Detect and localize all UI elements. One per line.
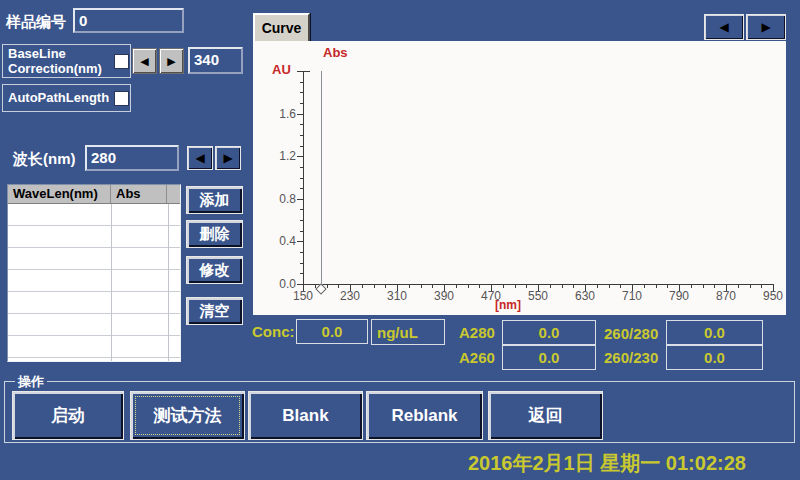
conc-unit[interactable]: ng/uL bbox=[371, 319, 445, 345]
x-axis-tick bbox=[750, 285, 751, 288]
tab-curve[interactable]: Curve bbox=[253, 13, 310, 41]
datetime-display: 2016年2月1日 星期一 01:02:28 bbox=[468, 450, 746, 477]
y-axis-tick bbox=[297, 241, 303, 242]
wavelength-table-header: WaveLen(nm) Abs bbox=[8, 185, 180, 204]
x-axis-tick-label: 630 bbox=[563, 289, 607, 303]
x-axis-tick-label: 870 bbox=[704, 289, 748, 303]
x-axis-tick bbox=[644, 285, 645, 288]
wavelength-table-body[interactable] bbox=[8, 204, 180, 361]
spectrum-plot[interactable]: AU Abs [nm] 0.00.40.81.21.61502303103904… bbox=[253, 41, 786, 315]
conc-value: 0.0 bbox=[296, 319, 368, 344]
x-axis-tick bbox=[573, 285, 574, 288]
y-axis-tick bbox=[300, 273, 303, 274]
conc-label: Conc: bbox=[252, 323, 295, 340]
x-axis-tick-label: 790 bbox=[657, 289, 701, 303]
reblank-button[interactable]: Reblank bbox=[366, 391, 483, 440]
x-axis-tick bbox=[656, 285, 657, 288]
chart-next-button[interactable]: ▶ bbox=[746, 14, 786, 40]
x-axis-tick-label: 150 bbox=[281, 289, 325, 303]
x-axis-tick-label: 470 bbox=[469, 289, 513, 303]
x-axis-tick bbox=[468, 285, 469, 288]
wavelength-table[interactable]: WaveLen(nm) Abs bbox=[7, 184, 181, 362]
y-axis-tick-label: 0.8 bbox=[262, 192, 296, 206]
y-axis-tick bbox=[300, 209, 303, 210]
wavelength-prev-button[interactable]: ◀ bbox=[187, 146, 213, 170]
ratio-260-230-value: 0.0 bbox=[666, 345, 763, 370]
autopathlength-label: AutoPathLength bbox=[8, 90, 109, 105]
x-axis-tick bbox=[597, 285, 598, 288]
autopathlength-group: AutoPathLength bbox=[2, 84, 131, 112]
x-axis-tick bbox=[456, 285, 457, 288]
a280-value: 0.0 bbox=[502, 320, 596, 345]
ratio-260-280-value: 0.0 bbox=[666, 320, 763, 345]
a280-label: A280 bbox=[459, 324, 495, 341]
y-axis-tick bbox=[300, 92, 303, 93]
clear-button[interactable]: 清空 bbox=[186, 297, 243, 325]
y-axis-top-bracket bbox=[303, 71, 310, 72]
left-arrow-icon: ◀ bbox=[140, 55, 148, 68]
baseline-correction-checkbox[interactable] bbox=[114, 54, 129, 69]
x-axis-tick bbox=[609, 285, 610, 288]
right-arrow-icon: ▶ bbox=[761, 20, 770, 34]
y-axis-tick bbox=[300, 231, 303, 232]
x-axis-tick bbox=[691, 285, 692, 288]
x-axis-tick bbox=[315, 285, 316, 288]
autopathlength-checkbox[interactable] bbox=[114, 91, 129, 106]
chart-prev-button[interactable]: ◀ bbox=[704, 14, 744, 40]
y-axis-tick bbox=[300, 124, 303, 125]
y-axis-tick bbox=[297, 199, 303, 200]
x-axis-tick bbox=[362, 285, 363, 288]
x-axis-tick bbox=[738, 285, 739, 288]
x-axis-tick bbox=[479, 285, 480, 288]
x-axis-tick bbox=[432, 285, 433, 288]
y-axis-tick bbox=[300, 263, 303, 264]
series-label: Abs bbox=[323, 45, 348, 60]
x-axis-tick bbox=[503, 285, 504, 288]
y-axis-tick bbox=[300, 82, 303, 83]
table-row[interactable] bbox=[8, 226, 180, 248]
y-axis-tick bbox=[300, 252, 303, 253]
x-axis-tick-label: 950 bbox=[751, 289, 795, 303]
test-method-button[interactable]: 测试方法 bbox=[130, 391, 245, 440]
spectrum-chart-panel: AU Abs [nm] 0.00.40.81.21.61502303103904… bbox=[253, 41, 786, 315]
baseline-prev-button[interactable]: ◀ bbox=[132, 48, 157, 74]
column-header-abs[interactable]: Abs bbox=[111, 185, 167, 203]
start-button[interactable]: 启动 bbox=[12, 391, 124, 440]
x-axis-tick-label: 390 bbox=[422, 289, 466, 303]
x-axis-tick-label: 550 bbox=[516, 289, 560, 303]
baseline-wavelength-input[interactable]: 340 bbox=[188, 47, 243, 74]
y-axis-tick-label: 1.2 bbox=[262, 149, 296, 163]
x-axis-tick bbox=[620, 285, 621, 288]
table-row[interactable] bbox=[8, 292, 180, 314]
modify-button[interactable]: 修改 bbox=[186, 256, 243, 284]
table-row[interactable] bbox=[8, 204, 180, 226]
x-axis-tick bbox=[761, 285, 762, 288]
table-row[interactable] bbox=[8, 248, 180, 270]
x-axis-tick bbox=[385, 285, 386, 288]
y-axis-tick bbox=[300, 188, 303, 189]
wavelength-cursor-line[interactable] bbox=[321, 71, 322, 284]
delete-button[interactable]: 删除 bbox=[186, 220, 243, 248]
wavelength-label: 波长(nm) bbox=[13, 150, 76, 169]
y-axis-tick bbox=[297, 71, 303, 72]
wavelength-next-button[interactable]: ▶ bbox=[215, 146, 241, 170]
y-axis-tick bbox=[297, 114, 303, 115]
column-header-wavelen[interactable]: WaveLen(nm) bbox=[8, 185, 111, 203]
wavelength-input[interactable]: 280 bbox=[85, 145, 179, 171]
table-row[interactable] bbox=[8, 270, 180, 292]
blank-button[interactable]: Blank bbox=[248, 391, 363, 440]
y-axis-tick bbox=[300, 220, 303, 221]
y-axis-line bbox=[303, 71, 304, 285]
table-row[interactable] bbox=[8, 336, 180, 358]
y-axis-tick bbox=[300, 167, 303, 168]
table-row[interactable] bbox=[8, 314, 180, 336]
x-axis-tick bbox=[409, 285, 410, 288]
x-axis-tick bbox=[338, 285, 339, 288]
back-button[interactable]: 返回 bbox=[488, 391, 603, 440]
ratio-260-230-label: 260/230 bbox=[604, 349, 658, 366]
add-button[interactable]: 添加 bbox=[186, 186, 243, 214]
baseline-next-button[interactable]: ▶ bbox=[159, 48, 184, 74]
sample-number-input[interactable]: 0 bbox=[73, 8, 184, 33]
baseline-correction-label: BaseLine Correction(nm) bbox=[8, 46, 102, 76]
x-axis-tick bbox=[526, 285, 527, 288]
